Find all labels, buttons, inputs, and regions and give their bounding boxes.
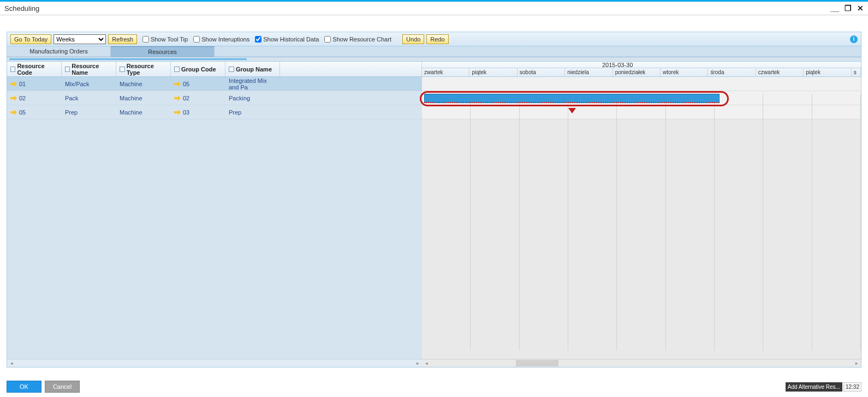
h-scrollbar-right[interactable]: ◂ ▸ bbox=[422, 359, 861, 367]
col-resource-code[interactable]: Resource Code bbox=[7, 62, 62, 76]
status-time: 12:32 bbox=[843, 382, 861, 392]
scroll-left-icon[interactable]: ◂ bbox=[423, 360, 430, 366]
split-view: Resource Code Resource Name Resource Typ… bbox=[7, 62, 861, 367]
arrow-icon bbox=[10, 95, 17, 101]
column-headers: Resource Code Resource Name Resource Typ… bbox=[7, 62, 422, 77]
arrow-icon bbox=[10, 81, 17, 87]
tab-manufacturing-orders[interactable]: Manufacturing Orders bbox=[7, 46, 111, 57]
tab-strip: Manufacturing Orders Resources bbox=[7, 46, 861, 57]
day-col: sobota bbox=[518, 68, 565, 76]
schedule-bar[interactable] bbox=[424, 94, 720, 103]
day-col: zwartek bbox=[422, 68, 469, 76]
window-controls: __ ❐ ✕ bbox=[830, 4, 864, 13]
col-group-name[interactable]: Group Name bbox=[225, 62, 280, 76]
scroll-left-icon[interactable]: ◂ bbox=[8, 360, 15, 366]
undo-button[interactable]: Undo bbox=[402, 34, 424, 44]
toolbar: Go To Today Weeks Refresh Show Tool Tip … bbox=[7, 32, 861, 46]
scroll-thumb[interactable] bbox=[516, 360, 558, 366]
show-tooltip-checkbox[interactable]: Show Tool Tip bbox=[142, 36, 188, 43]
timeline-lane bbox=[422, 77, 861, 91]
info-icon[interactable]: i bbox=[850, 35, 858, 43]
filter-icon bbox=[10, 67, 15, 72]
cancel-button[interactable]: Cancel bbox=[45, 381, 80, 393]
close-icon[interactable]: ✕ bbox=[857, 4, 864, 13]
annotation-arrow-icon bbox=[568, 108, 576, 113]
day-col: wtorek bbox=[661, 68, 708, 76]
arrow-icon bbox=[174, 110, 181, 115]
timeline-body[interactable] bbox=[422, 77, 861, 359]
show-historical-checkbox[interactable]: Show Historical Data bbox=[255, 36, 319, 43]
filter-icon bbox=[65, 67, 70, 72]
table-body: 01 Mix/Pack Machine 05 Integrated Mix an… bbox=[7, 77, 422, 359]
day-col: niedziela bbox=[565, 68, 613, 76]
table-row[interactable]: 05 Prep Machine 03 Prep bbox=[7, 105, 422, 119]
day-col: czwartek bbox=[756, 68, 804, 76]
tab-underline bbox=[7, 57, 861, 62]
filter-icon bbox=[229, 67, 234, 72]
timeline-grid bbox=[422, 94, 861, 351]
window-title: Scheduling bbox=[4, 4, 39, 13]
restore-icon[interactable]: ❐ bbox=[845, 4, 852, 13]
redo-button[interactable]: Redo bbox=[426, 34, 448, 44]
title-bar: Scheduling __ ❐ ✕ bbox=[0, 0, 868, 15]
footer: OK Cancel Add Alternative Res... 12:32 bbox=[7, 380, 861, 394]
timeline-day-row: zwartek piątek sobota niedziela poniedzi… bbox=[422, 68, 861, 76]
arrow-icon bbox=[174, 81, 181, 87]
show-resource-chart-checkbox[interactable]: Show Resource Chart bbox=[324, 36, 391, 43]
col-spacer bbox=[280, 62, 422, 76]
resource-grid: Resource Code Resource Name Resource Typ… bbox=[7, 62, 422, 367]
day-col: środa bbox=[708, 68, 756, 76]
scroll-right-icon[interactable]: ▸ bbox=[414, 360, 421, 366]
arrow-icon bbox=[10, 110, 17, 115]
filter-icon bbox=[120, 67, 125, 72]
show-interuptions-checkbox[interactable]: Show Interuptions bbox=[193, 36, 249, 43]
main-panel: Go To Today Weeks Refresh Show Tool Tip … bbox=[7, 32, 861, 368]
status-message: Add Alternative Res... bbox=[786, 382, 842, 392]
scroll-track[interactable] bbox=[430, 360, 853, 366]
scroll-right-icon[interactable]: ▸ bbox=[853, 360, 860, 366]
status-bar: Add Alternative Res... 12:32 bbox=[786, 382, 861, 392]
col-resource-name[interactable]: Resource Name bbox=[62, 62, 116, 76]
col-resource-type[interactable]: Resource Type bbox=[116, 62, 171, 76]
go-to-today-button[interactable]: Go To Today bbox=[10, 34, 51, 44]
range-select[interactable]: Weeks bbox=[53, 34, 106, 44]
refresh-button[interactable]: Refresh bbox=[108, 34, 137, 44]
day-col: s bbox=[852, 68, 861, 76]
day-col: poniedziałek bbox=[613, 68, 661, 76]
day-col: piątek bbox=[804, 68, 851, 76]
table-row[interactable]: 01 Mix/Pack Machine 05 Integrated Mix an… bbox=[7, 77, 422, 91]
timeline-panel: 2015-03-30 zwartek piątek sobota niedzie… bbox=[422, 62, 861, 367]
arrow-icon bbox=[174, 95, 181, 101]
table-row[interactable]: 02 Pack Machine 02 Packing bbox=[7, 91, 422, 105]
ok-button[interactable]: OK bbox=[7, 381, 41, 393]
day-col: piątek bbox=[469, 68, 517, 76]
col-group-code[interactable]: Group Code bbox=[171, 62, 225, 76]
minimize-icon[interactable]: __ bbox=[830, 4, 839, 13]
filter-icon bbox=[174, 67, 180, 72]
timeline-date: 2015-03-30 bbox=[422, 62, 861, 68]
tab-resources[interactable]: Resources bbox=[111, 46, 215, 57]
timeline-header: 2015-03-30 zwartek piątek sobota niedzie… bbox=[422, 62, 861, 77]
h-scrollbar-left[interactable]: ◂ ▸ bbox=[7, 359, 422, 367]
